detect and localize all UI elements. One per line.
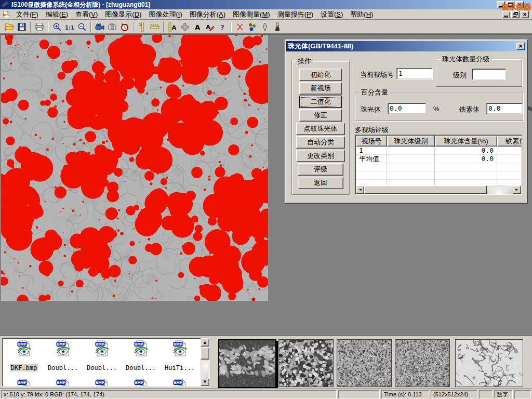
curve-tool-button[interactable] xyxy=(234,21,246,33)
op-button-9[interactable]: 返回 xyxy=(298,177,343,189)
maximize-button[interactable] xyxy=(506,1,514,8)
ferrite-percent-input[interactable]: 0.0 xyxy=(486,103,523,114)
restore-icon xyxy=(513,12,518,17)
table-rows: 10.0平均值0.0 xyxy=(356,147,522,188)
thumbnail-3[interactable] xyxy=(337,339,392,387)
clock-button[interactable] xyxy=(118,21,131,33)
menu-item-6[interactable]: 图像分析(A) xyxy=(186,9,229,20)
caliper-button[interactable] xyxy=(136,21,149,33)
photo-camera-button[interactable] xyxy=(106,21,118,33)
save-button[interactable] xyxy=(16,21,28,33)
color-particles-button[interactable] xyxy=(246,21,259,33)
pearlite-percent-input[interactable]: 0.0 xyxy=(388,103,426,114)
measure-text-button[interactable]: A xyxy=(166,21,179,33)
table-row-1[interactable]: 10.0 xyxy=(356,147,522,155)
op-button-4[interactable]: 修正 xyxy=(299,109,342,122)
table-header[interactable]: 视场号珠光体级别珠光体含量(%)铁素体含量(%) xyxy=(356,136,522,147)
menu-item-4[interactable]: 图像显示(D) xyxy=(101,9,145,20)
thumbnail-2[interactable] xyxy=(278,339,334,387)
dialog-close-button[interactable]: × xyxy=(516,43,525,50)
menu-item-7[interactable]: 图像测量(M) xyxy=(229,9,274,20)
file-item-doubl[interactable]: BMPDoubl... xyxy=(122,340,160,371)
file-item-dkfbmp[interactable]: BMPDKF.bmp xyxy=(5,340,43,371)
bmp-eye-icon: BMP xyxy=(171,378,188,387)
operations-group: 操作 初始化新视场二值化修正点取珠光体自动分类更改类别评级返回 xyxy=(291,61,350,195)
table-horizontal-scrollbar[interactable]: ◄ ► xyxy=(356,185,521,194)
scrollbar-thumb[interactable] xyxy=(364,185,487,194)
op-button-2[interactable]: 新视场 xyxy=(299,82,342,95)
grid-cross-button[interactable] xyxy=(179,21,191,33)
thumbnail-4[interactable] xyxy=(395,339,450,387)
op-button-7[interactable]: 更改类别 xyxy=(296,150,345,162)
file-item-clipped-4[interactable]: BMP xyxy=(122,378,160,387)
scroll-left-button[interactable]: ◄ xyxy=(356,185,364,194)
text-a-button[interactable]: A xyxy=(191,21,204,33)
op-button-1[interactable]: 初始化 xyxy=(299,69,342,81)
table-cell xyxy=(497,171,522,180)
file-vertical-scrollbar[interactable]: ▲ ▼ xyxy=(201,338,209,386)
menu-item-1[interactable]: 文件(F) xyxy=(12,9,42,20)
video-camera-button[interactable] xyxy=(94,21,106,33)
table-cell: 平均值 xyxy=(356,155,387,163)
file-item-clipped-5[interactable]: BMP xyxy=(161,378,199,387)
table-row-4[interactable] xyxy=(356,171,522,180)
file-item-clipped-3[interactable]: BMP xyxy=(83,378,121,387)
open-folder-button[interactable] xyxy=(3,21,16,33)
pen-tool-button[interactable] xyxy=(259,21,271,33)
print-button[interactable] xyxy=(33,21,46,33)
column-header-1[interactable]: 视场号 xyxy=(356,136,387,147)
paint-brush-button[interactable] xyxy=(271,21,284,33)
mdi-close-button[interactable]: × xyxy=(521,11,529,18)
table-row-2[interactable]: 平均值0.0 xyxy=(356,155,522,163)
pearlite-dialog[interactable]: 珠光体(GB/T9441-88) × 操作 初始化新视场二值化修正点取珠光体自动… xyxy=(285,39,528,204)
mdi-restore-button[interactable] xyxy=(511,11,520,18)
zoom-in-button[interactable] xyxy=(51,21,63,33)
file-item-doubl[interactable]: BMPDoubl... xyxy=(83,340,121,371)
pen-tool-icon xyxy=(260,22,270,32)
file-label: DKF.bmp xyxy=(10,364,38,371)
file-item-doubl[interactable]: BMPDoubl... xyxy=(44,340,82,371)
bmp-eye-icon: BMP xyxy=(132,378,149,387)
menu-item-8[interactable]: 测量报告(P) xyxy=(274,9,317,20)
op-button-8[interactable]: 评级 xyxy=(298,163,343,176)
document-icon: DOC xyxy=(2,10,10,19)
column-header-3[interactable]: 珠光体含量(%) xyxy=(435,136,497,147)
annotate-button[interactable]: A xyxy=(204,21,216,33)
menu-item-10[interactable]: 帮助(H) xyxy=(347,9,377,20)
column-header-2[interactable]: 珠光体级别 xyxy=(387,136,435,147)
actual-size-button[interactable]: 1:1 xyxy=(63,21,76,33)
level-input[interactable] xyxy=(472,69,506,80)
scroll-right-button[interactable]: ► xyxy=(513,185,521,194)
menu-item-2[interactable]: 编辑(E) xyxy=(42,9,72,20)
scrollbar-thumb[interactable] xyxy=(201,347,209,360)
file-browser[interactable]: BMPDKF.bmpBMPDoubl...BMPDoubl...BMPDoubl… xyxy=(2,338,210,387)
dialog-title-bar[interactable]: 珠光体(GB/T9441-88) × xyxy=(286,41,526,51)
op-button-5[interactable]: 点取珠光体 xyxy=(296,123,345,135)
app-logo-icon xyxy=(1,1,9,9)
column-header-4[interactable]: 铁素体含量(%) xyxy=(497,136,522,147)
thumbnail-5[interactable] xyxy=(455,339,523,387)
zoom-out-button[interactable] xyxy=(76,21,88,33)
current-field-input[interactable]: 1 xyxy=(396,68,433,79)
file-item-clipped-2[interactable]: BMP xyxy=(44,378,82,387)
help-button[interactable]: ? xyxy=(216,21,229,33)
thumbnail-1[interactable] xyxy=(218,339,276,388)
table-row-3[interactable] xyxy=(356,163,522,171)
scroll-up-button[interactable]: ▲ xyxy=(201,338,209,347)
op-button-3[interactable]: 二值化 xyxy=(299,96,342,108)
op-button-6[interactable]: 自动分类 xyxy=(296,136,345,149)
ruler-button[interactable] xyxy=(149,21,161,33)
close-button[interactable]: × xyxy=(515,1,524,8)
menu-item-9[interactable]: 设置(S) xyxy=(317,9,347,20)
menu-item-5[interactable]: 图像处理(I) xyxy=(145,9,185,20)
file-item-clipped-1[interactable]: BMP xyxy=(5,378,43,387)
menu-item-3[interactable]: 查看(V) xyxy=(72,9,101,20)
scroll-down-button[interactable]: ▼ xyxy=(201,378,209,386)
file-item-huiti[interactable]: BMPHuiTi... xyxy=(161,340,199,371)
minimize-button[interactable] xyxy=(497,1,505,8)
title-bar[interactable]: IS100显微摄像系统(金相分析版) - [zhuguangti01] × xyxy=(0,0,532,9)
metallographic-image[interactable] xyxy=(1,35,268,301)
multi-field-table[interactable]: 视场号珠光体级别珠光体含量(%)铁素体含量(%) 10.0平均值0.0 ◄ ► xyxy=(355,135,522,195)
percent-group: 百分含量 珠光体 0.0 % 铁素体 0.0 % xyxy=(355,92,523,121)
mdi-minimize-button[interactable] xyxy=(502,11,510,18)
